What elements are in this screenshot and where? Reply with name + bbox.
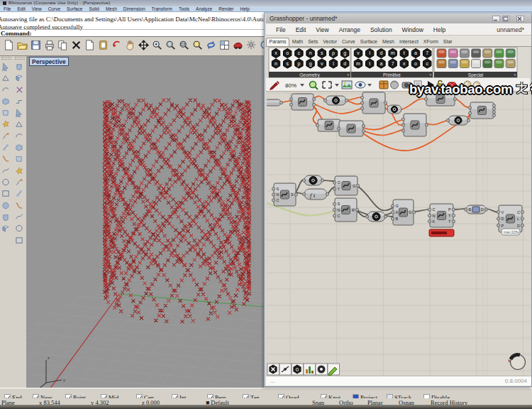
svg-text:G: G: [396, 204, 399, 208]
svg-text:L: L: [517, 217, 519, 221]
svg-text:s: s: [321, 50, 323, 55]
svg-text:n: n: [275, 61, 277, 66]
svg-text:O: O: [338, 180, 341, 185]
svg-text:g: g: [343, 50, 346, 56]
svg-text:S: S: [291, 192, 294, 197]
svg-text:D: D: [517, 224, 520, 228]
svg-text:Geometry: Geometry: [299, 72, 320, 78]
svg-text:+: +: [347, 72, 350, 77]
svg-text:t: t: [404, 50, 405, 55]
svg-text:D: D: [481, 207, 484, 212]
svg-text:Y: Y: [338, 187, 340, 191]
svg-text:+: +: [429, 72, 432, 77]
svg-text:N: N: [277, 192, 279, 197]
svg-text:N: N: [338, 208, 340, 212]
svg-text:v: v: [321, 61, 323, 66]
svg-text:C: C: [517, 210, 520, 214]
svg-text:f t: f t: [310, 192, 316, 199]
svg-text:G: G: [353, 184, 355, 188]
svg-text:d: d: [379, 50, 382, 55]
svg-text:a: a: [379, 61, 382, 66]
svg-text:A: A: [396, 210, 399, 214]
svg-text:m: m: [391, 50, 395, 55]
svg-text:S: S: [338, 202, 340, 206]
svg-text:n: n: [309, 50, 312, 55]
svg-text:C: C: [277, 198, 279, 202]
svg-text:p: p: [297, 61, 300, 67]
svg-text:m: m: [356, 61, 360, 66]
svg-text:P: P: [448, 207, 451, 212]
svg-text:P: P: [501, 224, 504, 228]
svg-text:C: C: [338, 214, 340, 218]
svg-text:x: x: [275, 50, 277, 55]
svg-text:B: B: [469, 207, 472, 212]
svg-text:y: y: [63, 378, 65, 382]
svg-text:B: B: [396, 217, 399, 221]
svg-text:7: 7: [426, 50, 428, 55]
svg-text:o: o: [286, 50, 289, 55]
svg-text:C: C: [433, 207, 436, 212]
svg-text:D: D: [501, 217, 504, 221]
svg-text:V: V: [501, 210, 504, 214]
svg-text:80%: 80%: [285, 82, 297, 89]
svg-text:t: t: [369, 61, 370, 66]
svg-text:d: d: [343, 61, 346, 66]
svg-text:x: x: [403, 61, 406, 66]
svg-text:G: G: [409, 210, 411, 214]
svg-text:Primitive: Primitive: [383, 72, 401, 77]
svg-text:K: K: [433, 219, 436, 224]
svg-text:s: s: [286, 61, 289, 66]
svg-text:R: R: [352, 208, 355, 212]
svg-text:Special: Special: [468, 72, 484, 78]
svg-text:max 225v: max 225v: [504, 230, 519, 234]
svg-text:a: a: [414, 50, 417, 55]
svg-text:7: 7: [392, 61, 394, 66]
svg-text:S: S: [277, 187, 279, 191]
svg-text:c: c: [298, 50, 301, 55]
svg-text:N: N: [433, 214, 436, 218]
svg-text:z: z: [48, 356, 50, 360]
svg-text:g: g: [309, 61, 312, 67]
svg-text:p: p: [332, 50, 335, 56]
svg-text:o: o: [414, 61, 417, 66]
svg-text:c: c: [426, 61, 428, 66]
svg-text:0: 0: [296, 366, 299, 373]
svg-text:+: +: [514, 72, 516, 77]
svg-text:v: v: [357, 50, 360, 55]
